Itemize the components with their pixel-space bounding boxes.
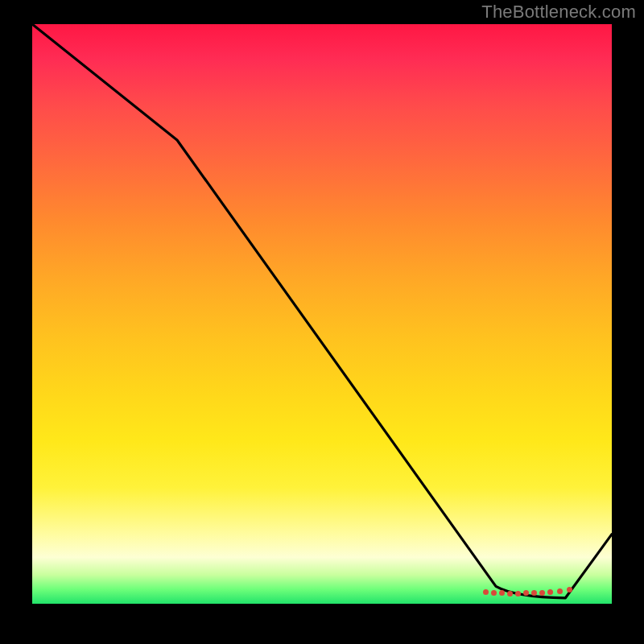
watermark-text: TheBottleneck.com: [481, 2, 636, 23]
chart-container: TheBottleneck.com: [0, 0, 644, 644]
plot-area: [32, 24, 612, 604]
bottleneck-curve: [32, 24, 612, 604]
